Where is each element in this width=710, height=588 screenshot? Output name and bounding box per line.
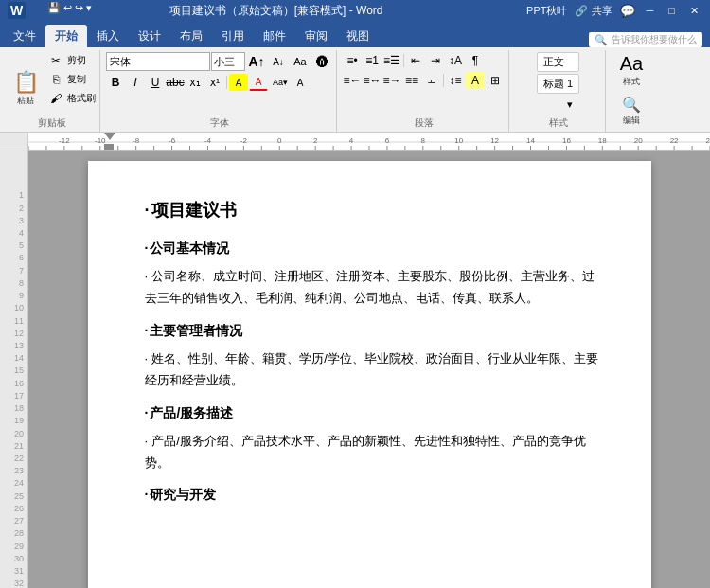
tab-layout[interactable]: 布局 bbox=[170, 25, 212, 47]
font-row1: A↑ A↓ Aa 🅐 bbox=[106, 52, 332, 71]
horizontal-ruler: // We'll do ruler marks via JS below -12… bbox=[28, 133, 710, 151]
line-5: 5 bbox=[0, 240, 27, 252]
style-heading1[interactable]: 标题 1 bbox=[537, 74, 579, 94]
window-title: 项目建议书（原始文稿）[兼容模式] - Word bbox=[26, 3, 526, 19]
title-bar-left: W 💾 ↩ ↪ ▾ bbox=[8, 2, 26, 19]
title-bar: W 💾 ↩ ↪ ▾ 项目建议书（原始文稿）[兼容模式] - Word PPT秋叶… bbox=[0, 0, 710, 21]
ruler-indent-top[interactable] bbox=[104, 133, 115, 140]
section-content-1[interactable]: 姓名、性别、年龄、籍贯、学历/学位、毕业院校、政治面目、行业从业年限、主要经历和… bbox=[145, 347, 604, 392]
undo-icon[interactable]: ↩ bbox=[63, 2, 72, 14]
svg-text:0: 0 bbox=[277, 136, 282, 145]
font-shrink-button[interactable]: A↓ bbox=[268, 53, 289, 70]
tab-insert[interactable]: 插入 bbox=[87, 25, 129, 47]
section-content-2[interactable]: 产品/服务介绍、产品技术水平、产品的新颖性、先进性和独特性、产品的竞争优势。 bbox=[145, 430, 604, 474]
bold-button[interactable]: B bbox=[106, 74, 125, 91]
multilevel-button[interactable]: ≡☰ bbox=[382, 52, 401, 69]
quick-access-toolbar[interactable]: 💾 ↩ ↪ ▾ bbox=[47, 2, 92, 14]
align-left-button[interactable]: ≡← bbox=[343, 72, 362, 89]
share-button[interactable]: 🔗 共享 bbox=[575, 4, 612, 18]
distribute-button[interactable]: ⫠ bbox=[422, 72, 441, 89]
ruler-corner bbox=[0, 133, 28, 151]
clear-format-button[interactable]: 🅐 bbox=[311, 53, 332, 70]
close-button[interactable]: ✕ bbox=[686, 5, 702, 17]
text-highlight-button[interactable]: A bbox=[229, 74, 248, 91]
svg-text:2: 2 bbox=[313, 136, 318, 145]
paragraph-group: ≡• ≡1 ≡☰ ⇤ ⇥ ↕A ¶ ≡← ≡↔ ≡→ ≡≡ ⫠ ↕≡ A ⊞ 段 bbox=[339, 50, 509, 132]
strikethrough-button[interactable]: abc bbox=[166, 74, 185, 91]
paragraph-label: 段落 bbox=[415, 116, 434, 132]
editing-icon: 🔍 bbox=[622, 96, 641, 114]
para-row2: ≡← ≡↔ ≡→ ≡≡ ⫠ ↕≡ A ⊞ bbox=[343, 72, 505, 89]
tab-references[interactable]: 引用 bbox=[212, 25, 254, 47]
editing-group: Aa 样式 🔍 编辑 bbox=[608, 50, 655, 132]
ruler-svg: // We'll do ruler marks via JS below -12… bbox=[28, 133, 710, 151]
minimize-button[interactable]: ─ bbox=[643, 5, 658, 16]
superscript-button[interactable]: x¹ bbox=[205, 74, 224, 91]
clipboard-content: 📋 粘贴 ✂ 剪切 ⎘ 复制 🖌 格式刷 bbox=[8, 50, 96, 116]
tab-review[interactable]: 审阅 bbox=[295, 25, 337, 47]
font-name-input[interactable] bbox=[106, 52, 210, 71]
comment-icon[interactable]: 💬 bbox=[620, 4, 635, 18]
customize-icon[interactable]: ▾ bbox=[86, 2, 92, 14]
line-10: 10 bbox=[0, 302, 27, 314]
font-color2-button[interactable]: A bbox=[291, 74, 310, 91]
font-label: 字体 bbox=[210, 116, 229, 132]
bullets-button[interactable]: ≡• bbox=[343, 52, 362, 69]
svg-text:-4: -4 bbox=[204, 136, 212, 145]
increase-indent-button[interactable]: ⇥ bbox=[426, 52, 445, 69]
show-marks-button[interactable]: ¶ bbox=[466, 52, 485, 69]
line-32: 32 bbox=[0, 578, 27, 588]
font-controls: A↑ A↓ Aa 🅐 B I U abc x₁ x¹ A A Aa▾ A bbox=[106, 50, 332, 116]
line-12: 12 bbox=[0, 327, 27, 339]
copy-button[interactable]: ⎘ bbox=[45, 71, 66, 88]
search-input[interactable]: 告诉我你想要做什么 bbox=[612, 33, 697, 46]
paste-button[interactable]: 📋 粘贴 bbox=[8, 52, 44, 109]
document-title: 项目建议书 bbox=[145, 199, 604, 222]
font-size-input[interactable] bbox=[211, 52, 245, 71]
sort-button[interactable]: ↕A bbox=[446, 52, 465, 69]
font-color-button[interactable]: A bbox=[249, 74, 268, 91]
save-icon[interactable]: 💾 bbox=[47, 2, 61, 14]
align-center-button[interactable]: ≡↔ bbox=[363, 72, 382, 89]
tab-mailings[interactable]: 邮件 bbox=[254, 25, 295, 47]
font-grow-button[interactable]: A↑ bbox=[246, 53, 267, 70]
editing-button[interactable]: 🔍 编辑 bbox=[618, 94, 645, 129]
document-page[interactable]: 项目建议书 公司基本情况 公司名称、成立时间、注册地区、注册资本、主要股东、股份… bbox=[88, 161, 651, 588]
tab-design[interactable]: 设计 bbox=[129, 25, 170, 47]
redo-icon[interactable]: ↪ bbox=[75, 2, 83, 14]
line-3: 3 bbox=[0, 214, 27, 226]
tab-view[interactable]: 视图 bbox=[337, 25, 379, 47]
justify-button[interactable]: ≡≡ bbox=[402, 72, 421, 89]
font-size-menu-button[interactable]: Aa▾ bbox=[271, 74, 290, 91]
cut-label: 剪切 bbox=[67, 54, 86, 67]
para-row1: ≡• ≡1 ≡☰ ⇤ ⇥ ↕A ¶ bbox=[343, 52, 505, 69]
font-group: A↑ A↓ Aa 🅐 B I U abc x₁ x¹ A A Aa▾ A 字体 bbox=[102, 50, 337, 132]
format-painter-button[interactable]: 🖌 bbox=[45, 90, 66, 107]
underline-button[interactable]: U bbox=[146, 74, 165, 91]
shading-button[interactable]: A bbox=[466, 72, 485, 89]
borders-button[interactable]: ⊞ bbox=[486, 72, 505, 89]
styles-more-button[interactable]: ▾ bbox=[560, 96, 579, 113]
svg-text:4: 4 bbox=[349, 136, 354, 145]
line-22: 22 bbox=[0, 452, 27, 464]
ribbon-toolbar: 📋 粘贴 ✂ 剪切 ⎘ 复制 🖌 格式刷 剪贴板 bbox=[0, 47, 710, 133]
align-right-button[interactable]: ≡→ bbox=[382, 72, 401, 89]
cut-button[interactable]: ✂ bbox=[45, 52, 66, 69]
svg-text:-8: -8 bbox=[133, 136, 140, 145]
svg-text:24: 24 bbox=[706, 136, 710, 145]
change-case-button[interactable]: Aa bbox=[290, 53, 311, 70]
subscript-button[interactable]: x₁ bbox=[186, 74, 204, 91]
section-content-0[interactable]: 公司名称、成立时间、注册地区、注册资本、主要股东、股份比例、主营业务、过去三年的… bbox=[145, 265, 604, 310]
tab-file[interactable]: 文件 bbox=[4, 25, 45, 47]
tab-home[interactable]: 开始 bbox=[45, 25, 87, 47]
line-spacing-button[interactable]: ↕≡ bbox=[446, 72, 465, 89]
document-area[interactable]: 项目建议书 公司基本情况 公司名称、成立时间、注册地区、注册资本、主要股东、股份… bbox=[28, 151, 710, 588]
line-24: 24 bbox=[0, 477, 27, 490]
italic-button[interactable]: I bbox=[126, 74, 145, 91]
style-normal[interactable]: 正文 bbox=[537, 52, 579, 72]
numbering-button[interactable]: ≡1 bbox=[363, 52, 382, 69]
decrease-indent-button[interactable]: ⇤ bbox=[406, 52, 425, 69]
ruler-indent-bottom[interactable] bbox=[104, 144, 114, 150]
maximize-button[interactable]: □ bbox=[665, 5, 679, 16]
styles-pane-button[interactable]: Aa 样式 bbox=[617, 51, 646, 90]
